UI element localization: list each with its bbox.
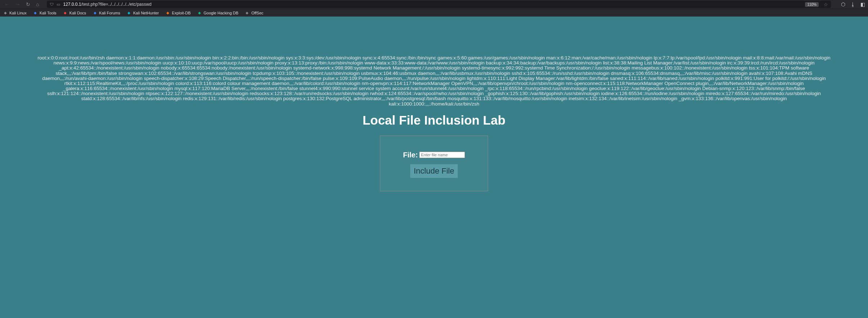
bookmark-icon: ◆ <box>93 10 97 15</box>
bookmark-label: Kali Docs <box>70 11 86 15</box>
pocket-icon[interactable]: ⬡ <box>841 1 845 7</box>
include-file-button[interactable]: Include File <box>410 164 458 178</box>
bookmark-label: Kali NetHunter <box>133 11 159 15</box>
url-text: 127.0.0.1/test.php?file=../../../../../.… <box>63 2 802 7</box>
bookmark-kali-linux[interactable]: ◆Kali Linux <box>3 10 27 15</box>
bookmark-kali-tools[interactable]: ◆Kali Tools <box>33 10 57 15</box>
bookmark-icon: ◆ <box>127 10 131 15</box>
bookmark-google-hacking-db[interactable]: ◆Google Hacking DB <box>197 10 238 15</box>
bookmark-icon: ◆ <box>3 10 8 15</box>
bookmark-icon: ◆ <box>197 10 202 15</box>
back-button[interactable]: ← <box>3 1 11 8</box>
bookmark-label: OffSec <box>251 11 263 15</box>
page-info-icon: ▭ <box>57 2 60 7</box>
browser-toolbar: ← → ↻ ⌂ 🛡 ▭ 127.0.0.1/test.php?file=../.… <box>0 0 868 9</box>
reload-button[interactable]: ↻ <box>24 1 32 8</box>
bookmark-label: Kali Forums <box>99 11 120 15</box>
forward-button[interactable]: → <box>14 1 22 8</box>
lfi-form: File: Include File <box>380 135 488 191</box>
page-content: root:x:0:0:root:/root:/usr/bin/zsh daemo… <box>0 17 868 318</box>
toolbar-right: ⬡ ⭳ ◧ <box>841 1 865 7</box>
shield-icon: 🛡 <box>50 2 54 6</box>
bookmark-icon: ◆ <box>63 10 68 15</box>
bookmark-label: Kali Linux <box>9 11 27 15</box>
bookmark-offsec[interactable]: ◆OffSec <box>245 10 263 15</box>
zoom-badge[interactable]: 110% <box>805 2 819 7</box>
bookmark-label: Exploit-DB <box>172 11 191 15</box>
bookmark-exploit-db[interactable]: ◆Exploit-DB <box>165 10 191 15</box>
file-label: File: <box>403 151 418 159</box>
page-title: Local File Inclusion Lab <box>0 113 868 127</box>
downloads-icon[interactable]: ⭳ <box>850 1 855 7</box>
bookmarks-bar: ◆Kali Linux◆Kali Tools◆Kali Docs◆Kali Fo… <box>0 9 868 17</box>
bookmark-label: Google Hacking DB <box>203 11 238 15</box>
home-button[interactable]: ⌂ <box>35 1 40 8</box>
bookmark-kali-forums[interactable]: ◆Kali Forums <box>93 10 120 15</box>
url-bar[interactable]: 🛡 ▭ 127.0.0.1/test.php?file=../../../../… <box>47 1 831 8</box>
bookmark-icon: ◆ <box>33 10 38 15</box>
file-input[interactable] <box>419 152 465 158</box>
bookmark-icon: ◆ <box>165 10 170 15</box>
passwd-dump: root:x:0:0:root:/root:/usr/bin/zsh daemo… <box>0 55 868 107</box>
bookmark-label: Kali Tools <box>40 11 57 15</box>
bookmark-kali-nethunter[interactable]: ◆Kali NetHunter <box>127 10 159 15</box>
bookmark-icon: ◆ <box>245 10 250 15</box>
bookmark-kali-docs[interactable]: ◆Kali Docs <box>63 10 86 15</box>
bookmark-star-icon[interactable]: ☆ <box>824 2 828 7</box>
extension-icon[interactable]: ◧ <box>860 1 865 7</box>
